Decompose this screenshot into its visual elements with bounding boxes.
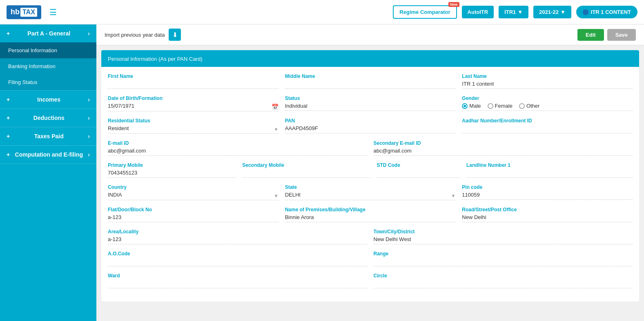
circle-label: Circle (374, 273, 633, 279)
ao-code-label: A.O.Code (108, 251, 367, 257)
dot-icon (583, 9, 588, 15)
male-radio[interactable] (462, 103, 468, 109)
regime-comparator-button[interactable]: Regime Comparator (393, 5, 457, 19)
premises-label: Name of Premises/Building/Village (285, 207, 456, 213)
taxes-paid-header[interactable]: + Taxes Paid › (0, 127, 96, 145)
autoitr-button[interactable]: AutoITR (462, 6, 494, 18)
form-section-header: Personal Information (As per PAN Card) (101, 50, 639, 67)
range-value[interactable] (374, 258, 633, 266)
landline-value[interactable] (466, 170, 633, 178)
country-dropdown[interactable]: INDIA ▼ (108, 192, 279, 200)
itr1-button[interactable]: ITR1 ▼ (499, 6, 528, 18)
sidebar-item-personal-info[interactable]: Personal Information (0, 42, 96, 58)
flat-value[interactable]: a-123 (108, 214, 279, 222)
pincode-label: Pin code (462, 184, 633, 190)
last-name-field: Last Name ITR 1 content (462, 73, 633, 89)
state-dropdown[interactable]: DELHI ▼ (285, 192, 456, 200)
country-value[interactable]: INDIA (108, 192, 274, 200)
middle-name-field: Middle Name (285, 73, 456, 89)
year-button[interactable]: 2021-22 ▼ (533, 6, 571, 18)
row-mobiles: Primary Mobile 7043455123 Secondary Mobi… (108, 162, 633, 178)
plus-icon-incomes: + (7, 96, 10, 103)
deductions-label: Deductions (33, 115, 65, 121)
incomes-label: Incomes (37, 96, 60, 103)
gender-other-option[interactable]: Other (519, 103, 540, 109)
ao-code-value[interactable] (108, 258, 367, 266)
other-radio[interactable] (519, 103, 525, 109)
dob-value[interactable]: 15/07/1971 (108, 103, 272, 111)
gender-options: Male Female Other (462, 103, 633, 111)
incomes-section: + Incomes › (0, 91, 96, 109)
import-right: Edit Save (577, 29, 636, 41)
year-arrow-icon: ▼ (560, 9, 566, 15)
sidebar-item-banking-info[interactable]: Banking Information (0, 58, 96, 74)
primary-mobile-value[interactable]: 7043455123 (108, 170, 236, 178)
pan-label: PAN (285, 118, 456, 124)
taxes-paid-section: + Taxes Paid › (0, 127, 96, 146)
chevron-right-computation-icon: › (88, 151, 90, 158)
part-a-header[interactable]: + Part A - General › (0, 24, 96, 42)
premises-value[interactable]: Binnie Arora (285, 214, 456, 222)
new-badge: New (448, 2, 459, 7)
last-name-label: Last Name (462, 73, 633, 79)
secondary-email-value[interactable]: abc@gmail.com (374, 148, 633, 156)
area-field: Area/Locality a-123 (108, 229, 367, 244)
email-field: E-mail ID abc@gmail.com (108, 140, 367, 156)
aadhar-value[interactable] (462, 125, 633, 133)
import-left: Import previous year data ⬇ (105, 29, 181, 41)
circle-value[interactable] (374, 280, 633, 288)
download-icon: ⬇ (172, 31, 178, 39)
std-value[interactable] (377, 170, 460, 178)
computation-header[interactable]: + Computation and E-filing › (0, 146, 96, 164)
plus-icon: + (7, 30, 10, 37)
logo: hb TAX (7, 5, 41, 19)
flat-label: Flat/Door/Block No (108, 207, 279, 213)
itr1-arrow-icon: ▼ (517, 9, 523, 15)
range-label: Range (374, 251, 633, 257)
first-name-value[interactable] (108, 81, 279, 89)
town-value[interactable]: New Delhi West (374, 236, 633, 244)
gender-female-option[interactable]: Female (488, 103, 513, 109)
other-label: Other (526, 103, 540, 109)
edit-button[interactable]: Edit (577, 29, 604, 41)
middle-name-label: Middle Name (285, 73, 456, 79)
secondary-mobile-value[interactable] (242, 170, 370, 178)
residential-label: Residential Status (108, 118, 279, 124)
residential-value[interactable]: Resident (108, 125, 274, 133)
pincode-field: Pin code 110059 (462, 184, 633, 200)
secondary-email-field: Secondary E-mail ID abc@gmail.com (374, 140, 633, 156)
country-field: Country INDIA ▼ (108, 184, 279, 200)
incomes-header[interactable]: + Incomes › (0, 91, 96, 108)
download-button[interactable]: ⬇ (169, 29, 181, 41)
chevron-right-icon: › (88, 30, 90, 37)
female-radio[interactable] (488, 103, 493, 109)
email-label: E-mail ID (108, 140, 367, 146)
secondary-mobile-label: Secondary Mobile (242, 162, 370, 168)
middle-name-value[interactable] (285, 81, 456, 89)
last-name-value[interactable]: ITR 1 content (462, 81, 633, 89)
personal-info-form: Personal Information (As per PAN Card) F… (101, 50, 639, 301)
status-value[interactable]: Individual (285, 103, 456, 111)
sidebar-item-filing-status[interactable]: Filing Status (0, 74, 96, 90)
area-value[interactable]: a-123 (108, 236, 367, 244)
road-field: Road/Street/Post Office New Delhi (462, 207, 633, 222)
hamburger-icon[interactable]: ☰ (49, 7, 57, 17)
road-value[interactable]: New Delhi (462, 214, 633, 222)
secondary-mobile-field: Secondary Mobile (242, 162, 370, 178)
calendar-icon[interactable]: 📅 (272, 104, 279, 110)
save-button[interactable]: Save (607, 29, 636, 41)
gender-male-option[interactable]: Male (462, 103, 481, 109)
plus-icon-computation: + (7, 151, 10, 158)
pan-value[interactable]: AAAPD4509F (285, 125, 456, 133)
deductions-header[interactable]: + Deductions › (0, 109, 96, 127)
pincode-value[interactable]: 110059 (462, 192, 633, 200)
town-label: Town/City/District (374, 229, 633, 235)
residential-dropdown[interactable]: Resident ▼ (108, 125, 279, 134)
state-value[interactable]: DELHI (285, 192, 451, 200)
std-label: STD Code (377, 162, 460, 168)
ward-value[interactable] (108, 280, 367, 288)
regime-comparator-wrapper: New Regime Comparator (393, 5, 457, 19)
itr1-label: ITR1 (504, 9, 516, 15)
email-value[interactable]: abc@gmail.com (108, 148, 367, 156)
itr-content-button[interactable]: ITR 1 CONTENT (576, 6, 637, 18)
